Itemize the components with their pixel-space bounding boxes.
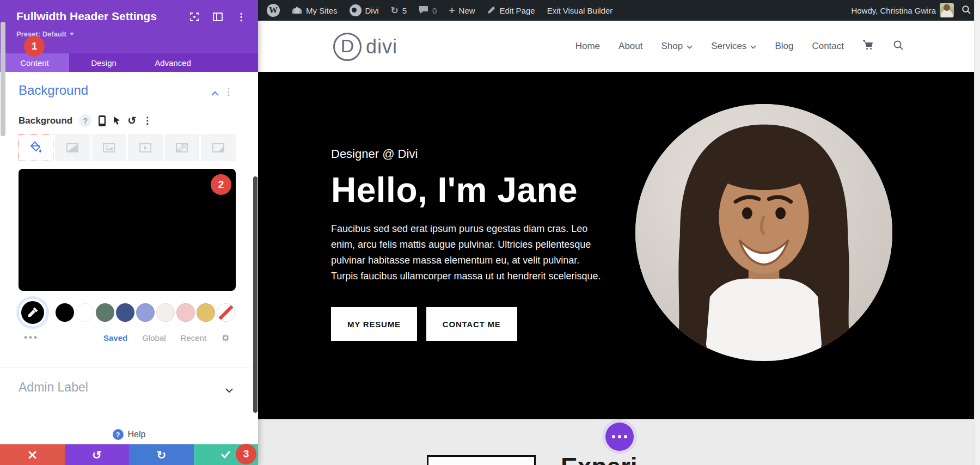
help-link[interactable]: ? Help [0,429,258,440]
background-pattern-tab[interactable] [164,134,199,161]
undo-icon: ↺ [92,449,102,461]
expand-modal-icon[interactable] [189,12,199,22]
comments-count: 0 [432,6,437,15]
background-gradient-tab[interactable] [55,134,90,161]
background-video-tab[interactable] [128,134,163,161]
site-logo[interactable]: D divi [333,33,397,61]
nav-shop[interactable]: Shop [661,41,693,52]
swatch-green[interactable] [96,303,114,322]
swatch-white[interactable] [76,303,94,322]
help-icon: ? [113,429,124,440]
wordpress-icon: W [267,4,280,17]
tab-advanced[interactable]: Advanced [138,53,207,72]
collapse-section-icon[interactable] [211,88,219,98]
panel-title: Fullwidth Header Settings [16,10,157,23]
swatch-pink[interactable] [176,303,195,322]
undo-button[interactable]: ↺ [65,444,130,465]
swatch-gold[interactable] [197,303,215,322]
page-scrollbar-thumb[interactable] [1,22,5,136]
preset-selector[interactable]: Preset: Default [16,30,74,38]
responsive-phone-icon[interactable] [98,115,106,127]
background-color-preview[interactable]: 2 [19,169,236,291]
background-field-row: Background ? ↺ ⋮ [19,114,152,127]
field-options-icon[interactable]: ⋮ [143,116,152,125]
nav-contact-label: Contact [812,41,844,52]
background-color-tab[interactable] [19,134,53,161]
palette-tab-recent[interactable]: Recent [181,333,207,342]
chevron-down-icon [750,41,756,52]
eyedropper-button[interactable] [19,299,46,326]
comments-menu[interactable]: 0 [419,5,437,16]
step-badge-2: 2 [211,174,231,195]
discard-button[interactable] [0,444,65,465]
panel-menu-icon[interactable]: ⋮ [236,12,246,22]
hover-cursor-icon[interactable] [113,116,121,125]
nav-blog-label: Blog [775,41,793,52]
background-mask-tab[interactable] [201,134,236,161]
comments-icon [419,5,428,16]
divi-icon [350,4,362,16]
snap-panel-icon[interactable] [213,13,223,21]
nav-home[interactable]: Home [575,41,600,52]
swatch-black[interactable] [56,303,74,322]
new-content-menu[interactable]: + New [449,4,475,16]
palette-settings-button[interactable] [221,333,230,342]
page-scrollbar-track [974,0,980,465]
howdy-label: Howdy, Christina Gwira [851,6,936,15]
eyedropper-icon [27,307,39,319]
adminbar-search-button[interactable] [961,5,971,16]
divi-menu[interactable]: Divi [350,4,379,16]
exit-visual-builder[interactable]: Exit Visual Builder [547,6,613,15]
background-image-tab[interactable] [91,134,126,161]
swatch-navy[interactable] [116,303,134,322]
nav-home-label: Home [575,41,600,52]
nav-blog[interactable]: Blog [775,41,793,52]
nav-services-label: Services [711,41,746,52]
wp-logo-menu[interactable]: W [267,4,280,17]
panel-scrollbar[interactable] [253,176,258,413]
more-swatches-button[interactable]: ••• [24,332,39,343]
next-section-button-outline[interactable] [427,455,536,465]
reset-field-icon[interactable]: ↺ [127,115,136,126]
main-nav: Home About Shop Services Blog Contact [575,21,904,72]
background-type-tabs [19,134,236,161]
nav-services[interactable]: Services [711,41,756,52]
field-help-icon[interactable]: ? [79,114,91,127]
chevron-down-icon [687,41,693,52]
site-search-button[interactable] [893,40,904,53]
cart-button[interactable] [862,40,874,53]
nav-contact[interactable]: Contact [812,41,844,52]
ellipsis-icon [612,435,615,438]
site-header: D divi Home About Shop Services Blog Con… [258,21,980,72]
avatar [940,3,954,17]
divi-label: Divi [365,6,379,15]
cart-icon [862,40,874,53]
updates-menu[interactable]: ↻ 5 [391,5,407,16]
palette-tab-global[interactable]: Global [142,333,166,342]
nav-about[interactable]: About [618,41,642,52]
redo-button[interactable]: ↻ [129,444,194,465]
howdy-account-menu[interactable]: Howdy, Christina Gwira [851,3,954,17]
ellipsis-icon [618,435,621,438]
swatch-periwinkle[interactable] [136,303,155,322]
my-sites-menu[interactable]: My Sites [292,5,338,16]
my-resume-button[interactable]: MY RESUME [331,307,417,341]
contact-me-button[interactable]: CONTACT ME [426,307,517,341]
section-settings-button[interactable] [605,423,634,451]
admin-label-section-title[interactable]: Admin Label [19,380,88,395]
my-sites-label: My Sites [306,6,338,15]
screenshot-stage: W My Sites Divi ↻ 5 0 [0,0,980,465]
section-options-icon[interactable]: ⋮ [224,86,233,97]
swatch-cream[interactable] [156,303,175,322]
background-section-title[interactable]: Background [19,83,88,98]
video-icon [139,143,151,152]
panel-action-buttons: ↺ ↻ [0,444,258,465]
help-label: Help [128,430,146,439]
edit-page-menu[interactable]: Edit Page [487,5,535,16]
caret-down-icon [70,33,74,35]
palette-tab-saved[interactable]: Saved [103,333,127,342]
image-icon [103,143,115,152]
swatch-none[interactable] [217,303,235,322]
tab-design[interactable]: Design [69,53,138,72]
expand-section-icon[interactable] [225,386,233,395]
